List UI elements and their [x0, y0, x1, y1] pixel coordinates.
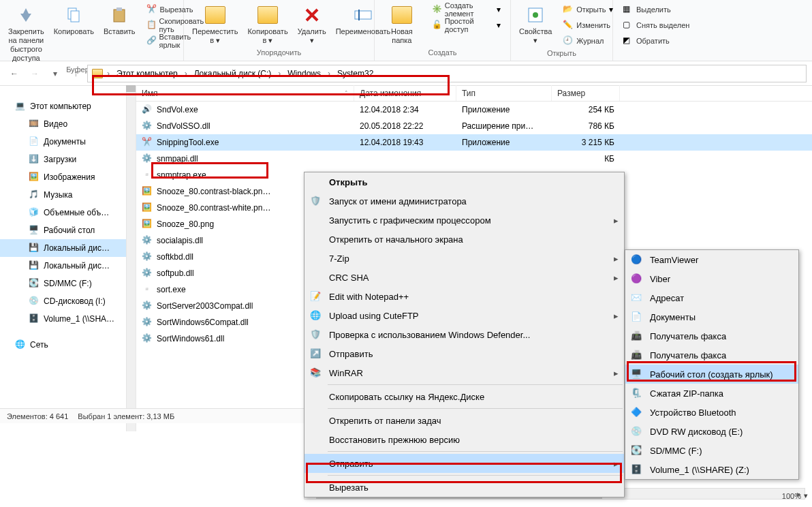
ctx-7zip[interactable]: 7-Zip▸: [304, 249, 624, 268]
tree-documents[interactable]: 📄Документы: [0, 133, 136, 151]
ribbon: Закрепить на панели быстрого доступа Коп…: [0, 0, 812, 61]
tree-local-d[interactable]: 💾Локальный дис…: [0, 257, 136, 275]
properties-button[interactable]: Свойства ▾: [515, 1, 556, 48]
ctx-yandex[interactable]: Скопировать ссылку на Яндекс.Диске: [304, 387, 624, 406]
sm-bluetooth[interactable]: 🔷Устройство Bluetooth: [625, 403, 798, 422]
back-button[interactable]: ←: [5, 65, 23, 82]
file-name: SnippingTool.exe: [157, 138, 219, 147]
desktop-icon: 🖥️: [29, 225, 40, 236]
ctx-share[interactable]: ↗️Отправить: [304, 344, 624, 363]
sd-icon: 💽: [631, 445, 642, 456]
breadcrumb-drive[interactable]: Локальный диск (C:): [191, 69, 275, 78]
address-bar: ← → ▾ ↑ › Этот компьютер › Локальный дис…: [0, 61, 812, 86]
chevron-right-icon[interactable]: ›: [183, 69, 189, 78]
tree-sdmmc[interactable]: 💽SD/MMC (F:): [0, 275, 136, 292]
ctx-crcsha[interactable]: CRC SHA▸: [304, 268, 624, 287]
tree-videos[interactable]: 🎞️Видео: [0, 115, 136, 133]
file-row[interactable]: ⚙️snmpapi.dllКБ: [136, 151, 812, 167]
ctx-unpin-taskbar[interactable]: Открепить от панели задач: [304, 411, 624, 430]
ctx-open[interactable]: Открыть: [304, 172, 624, 191]
sm-viber[interactable]: 🟣Viber: [625, 269, 798, 288]
chevron-right-icon[interactable]: ›: [326, 69, 332, 78]
forward-button[interactable]: →: [26, 65, 44, 82]
history-button[interactable]: 🕘Журнал: [560, 34, 615, 48]
video-icon: 🎞️: [29, 119, 40, 129]
ctx-defender[interactable]: 🛡️Проверка с использованием Windows Defe…: [304, 325, 624, 344]
col-name[interactable]: Имя˄: [136, 85, 354, 101]
file-row[interactable]: 🔊SndVol.exe12.04.2018 2:34Приложение254 …: [136, 102, 812, 118]
paste-button[interactable]: Вставить: [99, 1, 140, 39]
ctx-run-admin[interactable]: 🛡️Запуск от имени администратора: [304, 191, 624, 211]
chevron-right-icon[interactable]: ›: [277, 69, 282, 78]
sm-sdmmc[interactable]: 💽SD/MMC (F:): [625, 441, 798, 460]
ctx-notepadpp[interactable]: 📝Edit with Notepad++: [304, 287, 624, 306]
sm-desktop[interactable]: 🖥️Рабочий стол (создать ярлык): [625, 365, 798, 384]
col-type[interactable]: Тип: [456, 85, 552, 101]
sm-documents[interactable]: 📄Документы: [625, 307, 798, 326]
ctx-unpin-start[interactable]: Открепить от начального экрана: [304, 230, 624, 249]
ctx-run-gpu[interactable]: Запустить с графическим процессором▸: [304, 211, 624, 230]
recent-button[interactable]: ▾: [46, 65, 64, 82]
pin-quick-access-button[interactable]: Закрепить на панели быстрого доступа: [4, 1, 48, 65]
easy-access-icon: 🔓: [432, 20, 442, 31]
zip-icon: 🗜️: [631, 388, 642, 399]
sm-fax1[interactable]: 📠Получатель факса: [625, 326, 798, 345]
tree-desktop[interactable]: 🖥️Рабочий стол: [0, 221, 136, 239]
file-name: sort.exe: [157, 285, 186, 294]
sm-dvdrw[interactable]: 💿DVD RW дисковод (E:): [625, 422, 798, 441]
sm-zip[interactable]: 🗜️Сжатая ZIP-папка: [625, 384, 798, 403]
ctx-restore[interactable]: Восстановить прежнюю версию: [304, 430, 624, 449]
tree-music[interactable]: 🎵Музыка: [0, 186, 136, 204]
chevron-right-icon[interactable]: ›: [106, 69, 111, 78]
file-row[interactable]: ✂️SnippingTool.exe12.04.2018 19:43Прилож…: [136, 134, 812, 151]
netdrive-icon: 🗄️: [29, 313, 40, 324]
zoom-dropdown-icon[interactable]: ▾: [804, 491, 808, 500]
sm-volume1[interactable]: 🗄️Volume_1 (\\SHARE) (Z:): [625, 460, 798, 479]
tree-3dobjects[interactable]: 🧊Объемные объ…: [0, 204, 136, 221]
invert-button[interactable]: ◩Обратить: [620, 34, 692, 48]
ctx-cuteftp[interactable]: 🌐Upload using CuteFTP▸: [304, 306, 624, 325]
tree-local-c[interactable]: 💾Локальный дис…: [0, 239, 136, 257]
deselect-button[interactable]: ▢Снять выделен: [620, 18, 692, 32]
sm-teamviewer[interactable]: 🔵TeamViewer: [625, 250, 798, 269]
ctx-cut[interactable]: Вырезать: [304, 478, 624, 497]
copy-button[interactable]: Копировать: [50, 1, 98, 39]
new-folder-button[interactable]: Новая папка: [379, 1, 425, 48]
tree-this-pc[interactable]: 💻Этот компьютер: [0, 97, 136, 115]
copy-to-button[interactable]: Копировать в ▾: [243, 1, 292, 48]
scissors-icon: ✂️: [146, 4, 157, 15]
tree-volume1[interactable]: 🗄️Volume_1 (\\SHA…: [0, 310, 136, 328]
breadcrumb-windows[interactable]: Windows: [285, 69, 324, 78]
new-item-button[interactable]: ✳️Создать элемент ▾: [429, 3, 503, 16]
up-button[interactable]: ↑: [67, 65, 84, 82]
ctx-winrar[interactable]: 📚WinRAR▸: [304, 363, 624, 382]
delete-button[interactable]: Удалить ▾: [294, 1, 330, 48]
sd-icon: 💽: [29, 278, 40, 289]
select-all-button[interactable]: ▦Выделить: [620, 3, 692, 16]
tree-cddrive[interactable]: 💿CD-дисковод (I:): [0, 292, 136, 310]
easy-access-button[interactable]: 🔓Простой доступ ▾: [429, 18, 503, 32]
fax-icon: 📠: [631, 331, 642, 341]
col-date[interactable]: Дата изменения: [354, 85, 456, 101]
col-size[interactable]: Размер: [552, 85, 620, 101]
sm-fax2[interactable]: 📠Получатель факса: [625, 345, 798, 365]
file-icon: 🖼️: [142, 202, 153, 213]
nav-scrollbar[interactable]: [126, 85, 136, 431]
group-label-open: Открыть: [515, 49, 608, 59]
file-icon: ⚙️: [142, 301, 153, 311]
ctx-sendto[interactable]: Отправить▸: [304, 454, 624, 473]
file-row[interactable]: ⚙️SndVolSSO.dll20.05.2018 22:22Расширени…: [136, 118, 812, 134]
breadcrumb-root[interactable]: Этот компьютер: [114, 69, 181, 78]
separator: [328, 451, 623, 452]
drive-icon: 💾: [29, 243, 40, 253]
breadcrumb[interactable]: › Этот компьютер › Локальный диск (C:) ›…: [87, 65, 807, 82]
tree-network[interactable]: 🌐Сеть: [0, 336, 136, 354]
sm-recipient[interactable]: ✉️Адресат: [625, 288, 798, 307]
file-name: SortWindows61.dll: [157, 334, 224, 343]
open-button[interactable]: 📂Открыть ▾: [560, 3, 615, 16]
breadcrumb-system32[interactable]: System32: [334, 69, 376, 78]
tree-downloads[interactable]: ⬇️Загрузки: [0, 151, 136, 168]
edit-button[interactable]: ✏️Изменить: [560, 18, 615, 32]
tree-pictures[interactable]: 🖼️Изображения: [0, 168, 136, 186]
move-to-button[interactable]: Переместить в ▾: [188, 1, 242, 48]
